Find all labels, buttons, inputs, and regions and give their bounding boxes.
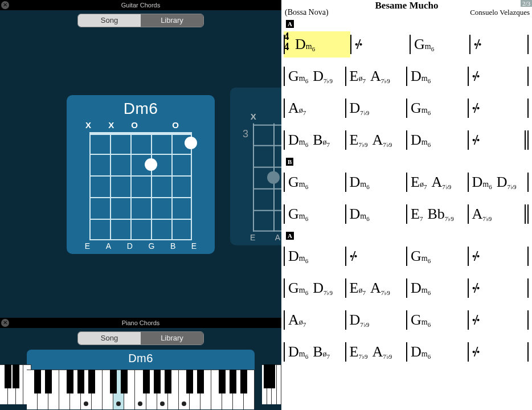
chord-symbol[interactable]: A7♭9 [431, 174, 451, 191]
bar[interactable]: Dm6Bø7 [284, 127, 345, 153]
chord-symbol[interactable]: Bø7 [313, 132, 330, 149]
bar[interactable]: Gm6 [284, 169, 345, 195]
bar[interactable]: Eø7A7♭9 [406, 169, 468, 195]
piano-chord-area[interactable]: Dm6 [0, 348, 281, 410]
close-icon[interactable]: ✕ [1, 319, 9, 327]
bar[interactable]: E7Bb7♭9 [406, 201, 468, 227]
bar[interactable]: Gm6 [410, 31, 469, 58]
tab-song[interactable]: Song [78, 14, 141, 27]
chord-symbol[interactable]: Gm6 [411, 248, 431, 265]
bar[interactable]: D7♭9 [345, 95, 407, 121]
chord-symbol[interactable]: Dm6 [350, 174, 370, 191]
chord-symbol[interactable]: Dm6 [472, 174, 492, 191]
bar[interactable]: ·/· [468, 339, 529, 365]
bar[interactable]: Dm6 [406, 63, 468, 89]
bar[interactable]: Dm6 [406, 339, 468, 365]
chord-symbol[interactable]: A7♭9 [370, 68, 390, 85]
lead-sheet[interactable]: 2/3 Besame Mucho (Bossa Nova) Consuelo V… [281, 0, 532, 410]
page-indicator[interactable]: 2/3 [521, 0, 532, 7]
bar[interactable]: E7♭9A7♭9 [345, 127, 407, 153]
chord-symbol[interactable]: Dm6 [411, 280, 431, 297]
chord-symbol[interactable]: E7 [411, 206, 423, 223]
chord-symbol[interactable]: Dm6 [288, 132, 308, 149]
bar[interactable]: Eø7A7♭9 [345, 63, 407, 89]
chord-symbol[interactable]: Bb7♭9 [427, 206, 453, 223]
bar[interactable]: ·/· [468, 275, 529, 301]
bar[interactable]: Aø7 [284, 307, 345, 333]
chord-symbol[interactable]: Aø7 [288, 311, 306, 329]
bar[interactable]: 44Dm6 [284, 31, 350, 58]
chord-symbol[interactable]: E7♭9 [350, 132, 368, 149]
chord-symbol[interactable]: A7♭9 [372, 132, 392, 149]
tab-library[interactable]: Library [141, 14, 203, 27]
bar[interactable]: ·/· [468, 127, 529, 153]
bar[interactable]: ·/· [468, 243, 529, 269]
bar[interactable]: Dm6 [345, 201, 407, 227]
chord-symbol[interactable]: Gm6 [288, 68, 308, 85]
guitar-chord-area[interactable]: Dm6 X X O O [0, 31, 281, 318]
chord-symbol[interactable]: Gm6 [411, 100, 431, 117]
chord-symbol[interactable]: Gm6 [288, 174, 308, 191]
bar[interactable]: ·/· [468, 63, 529, 89]
fretboard-main[interactable]: Dm6 X X O O [67, 95, 215, 254]
repeat-sign: ·/· [355, 36, 361, 53]
tab-library[interactable]: Library [141, 332, 203, 345]
bar[interactable]: Dm6 [345, 169, 407, 195]
bar[interactable]: ·/· [468, 307, 529, 333]
bar[interactable]: Gm6D7♭9 [284, 63, 345, 89]
piano-next[interactable] [262, 348, 281, 410]
bar[interactable]: ·/· [468, 95, 529, 121]
tab-song[interactable]: Song [78, 332, 141, 345]
chord-symbol[interactable]: E7♭9 [350, 343, 368, 360]
bar[interactable]: Gm6 [406, 243, 468, 269]
bar[interactable]: Gm6 [284, 201, 345, 227]
bar[interactable]: Aø7 [284, 95, 345, 121]
guitar-tabs-row: Song Library [0, 10, 281, 31]
piano-main[interactable]: Dm6 [27, 350, 255, 409]
bar[interactable]: Dm6D7♭9 [468, 169, 529, 195]
chord-symbol[interactable]: Dm6 [411, 132, 431, 149]
chord-symbol[interactable]: Gm6 [288, 280, 308, 297]
chord-symbol[interactable]: D7♭9 [497, 174, 517, 191]
fretboard-next[interactable]: X 3 E A [230, 88, 281, 245]
chord-symbol[interactable]: Gm6 [414, 36, 434, 53]
chord-symbol[interactable]: D7♭9 [313, 68, 333, 85]
section-label: B [286, 158, 293, 166]
bar[interactable]: Eø7A7♭9 [345, 275, 407, 301]
chord-symbol[interactable]: Dm6 [350, 206, 370, 223]
chord-symbol[interactable]: Eø7 [411, 174, 427, 191]
chord-symbol[interactable]: Aø7 [288, 100, 306, 117]
chord-symbol[interactable]: Eø7 [350, 68, 366, 85]
bar[interactable]: ·/· [469, 31, 529, 58]
chord-symbol[interactable]: Dm6 [288, 343, 308, 360]
bar[interactable]: E7♭9A7♭9 [345, 339, 407, 365]
bar[interactable]: Dm6 [406, 275, 468, 301]
chord-symbol[interactable]: Bø7 [313, 343, 330, 360]
bar[interactable]: Gm6D7♭9 [284, 275, 345, 301]
chord-symbol[interactable]: D7♭9 [313, 280, 333, 297]
bar[interactable]: ·/· [345, 243, 407, 269]
bar[interactable]: ·/· [350, 31, 410, 58]
bar[interactable]: Dm6 [284, 243, 345, 269]
chord-symbol[interactable]: Dm6 [411, 343, 431, 360]
bar[interactable]: A7♭9 [468, 201, 529, 227]
close-icon[interactable]: ✕ [1, 1, 9, 9]
chord-symbol[interactable]: D7♭9 [350, 100, 370, 117]
bar[interactable]: Dm6Bø7 [284, 339, 345, 365]
chord-symbol[interactable]: A7♭9 [372, 343, 392, 360]
chord-symbol[interactable]: D7♭9 [350, 311, 370, 329]
bar[interactable]: Dm6 [406, 127, 468, 153]
chord-symbol[interactable]: Dm6 [288, 248, 308, 265]
chord-symbol[interactable]: A7♭9 [370, 280, 390, 297]
bar[interactable]: Gm6 [406, 307, 468, 333]
chord-symbol[interactable]: Gm6 [288, 206, 308, 223]
chord-symbol[interactable]: Eø7 [350, 280, 366, 297]
black-key [240, 370, 247, 393]
bar[interactable]: D7♭9 [345, 307, 407, 333]
chord-symbol[interactable]: Gm6 [411, 311, 431, 329]
chord-symbol[interactable]: Dm6 [411, 68, 431, 85]
bar[interactable]: Gm6 [406, 95, 468, 121]
chord-symbol[interactable]: A7♭9 [472, 206, 492, 223]
chord-symbol[interactable]: Dm6 [295, 36, 315, 53]
black-key [186, 370, 193, 393]
